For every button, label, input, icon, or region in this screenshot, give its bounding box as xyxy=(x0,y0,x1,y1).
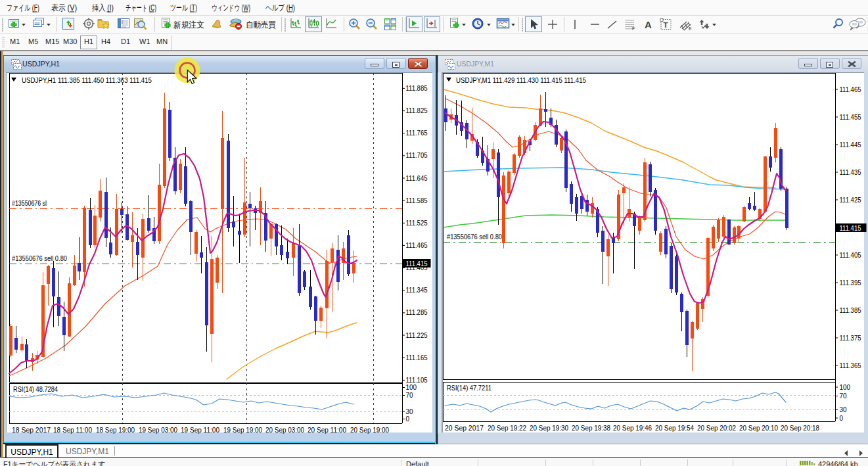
svg-text:RSI(14) 47.7211: RSI(14) 47.7211 xyxy=(447,384,491,392)
svg-text:111.455: 111.455 xyxy=(840,113,861,121)
svg-text:111.465: 111.465 xyxy=(406,241,428,249)
svg-text:111.415: 111.415 xyxy=(406,260,428,268)
svg-text:111.375: 111.375 xyxy=(840,334,861,342)
svg-text:111.525: 111.525 xyxy=(406,219,428,227)
svg-text:19 Sep 03:00: 19 Sep 03:00 xyxy=(139,426,177,434)
svg-text:111.885: 111.885 xyxy=(406,84,428,92)
svg-text:70: 70 xyxy=(406,392,414,399)
svg-text:Default: Default xyxy=(406,460,429,466)
svg-text:20 Sep 11:00: 20 Sep 11:00 xyxy=(308,426,346,434)
svg-text:20 Sep 2017: 20 Sep 2017 xyxy=(445,424,484,432)
svg-text:30: 30 xyxy=(840,406,848,413)
svg-text:111.445: 111.445 xyxy=(840,141,861,149)
svg-text:20 Sep 19:22: 20 Sep 19:22 xyxy=(488,424,526,432)
svg-text:20 Sep 19:38: 20 Sep 19:38 xyxy=(572,424,610,432)
svg-text:USDJPY,H1 111.385 111.450 111: USDJPY,H1 111.385 111.450 111.363 111.41… xyxy=(22,76,152,84)
svg-text:19 Sep 11:00: 19 Sep 11:00 xyxy=(181,426,219,434)
svg-text:0: 0 xyxy=(406,415,410,423)
svg-text:18 Sep 19:00: 18 Sep 19:00 xyxy=(96,426,135,434)
svg-text:20 Sep 19:54: 20 Sep 19:54 xyxy=(655,424,694,432)
svg-text:#13550676 sell 0.80: #13550676 sell 0.80 xyxy=(12,255,67,262)
svg-text:111.585: 111.585 xyxy=(406,197,428,204)
svg-text:111.705: 111.705 xyxy=(406,151,428,159)
svg-text:USDJPY,H1: USDJPY,H1 xyxy=(22,60,60,68)
svg-text:30: 30 xyxy=(406,408,414,415)
svg-text:19 Sep 19:00: 19 Sep 19:00 xyxy=(223,426,262,434)
svg-text:111.225: 111.225 xyxy=(406,331,428,339)
svg-text:111.425: 111.425 xyxy=(840,196,861,204)
svg-text:111.345: 111.345 xyxy=(406,286,428,294)
svg-text:USDJPY,M1: USDJPY,M1 xyxy=(457,60,494,68)
svg-text:111.645: 111.645 xyxy=(406,174,428,182)
svg-text:111.105: 111.105 xyxy=(406,376,428,384)
svg-text:42946/64 kb: 42946/64 kb xyxy=(818,460,858,466)
svg-text:111.825: 111.825 xyxy=(406,106,428,114)
svg-text:111.385: 111.385 xyxy=(840,306,861,314)
svg-text:20 Sep 19:00: 20 Sep 19:00 xyxy=(350,426,389,434)
svg-text:20 Sep 19:30: 20 Sep 19:30 xyxy=(530,424,568,432)
svg-text:RSI(14) 48.7284: RSI(14) 48.7284 xyxy=(13,386,58,393)
svg-text:#13550676 sl: #13550676 sl xyxy=(12,200,47,207)
svg-text:100: 100 xyxy=(406,384,417,391)
svg-text:USDJPY,M1 111.429 111.430 111: USDJPY,M1 111.429 111.430 111.415 111.41… xyxy=(456,76,586,84)
svg-text:111.465: 111.465 xyxy=(840,85,861,93)
svg-text:111.415: 111.415 xyxy=(840,224,861,232)
svg-text:111.395: 111.395 xyxy=(840,279,861,287)
svg-text:111.365: 111.365 xyxy=(840,361,861,369)
svg-text:18 Sep 2017: 18 Sep 2017 xyxy=(12,426,51,434)
svg-text:20 Sep 20:02: 20 Sep 20:02 xyxy=(697,424,736,432)
svg-text:100: 100 xyxy=(840,384,851,391)
svg-text:20 Sep 20:10: 20 Sep 20:10 xyxy=(739,424,778,432)
svg-text:F1キーでヘルプが表示されます: F1キーでヘルプが表示されます xyxy=(3,460,105,466)
svg-text:111.435: 111.435 xyxy=(840,168,861,176)
svg-text:70: 70 xyxy=(840,392,848,400)
svg-text:18 Sep 11:00: 18 Sep 11:00 xyxy=(53,426,92,434)
svg-text:111.285: 111.285 xyxy=(406,308,428,316)
svg-text:#13550676 sell 0.80: #13550676 sell 0.80 xyxy=(447,233,502,241)
svg-text:20 Sep 19:46: 20 Sep 19:46 xyxy=(613,424,652,432)
svg-text:111.765: 111.765 xyxy=(406,129,428,137)
svg-text:111.165: 111.165 xyxy=(406,354,428,361)
svg-text:0: 0 xyxy=(840,415,844,422)
svg-text:111.405: 111.405 xyxy=(840,251,861,259)
svg-text:20 Sep 20:18: 20 Sep 20:18 xyxy=(781,424,819,432)
svg-text:20 Sep 03:00: 20 Sep 03:00 xyxy=(265,426,304,434)
